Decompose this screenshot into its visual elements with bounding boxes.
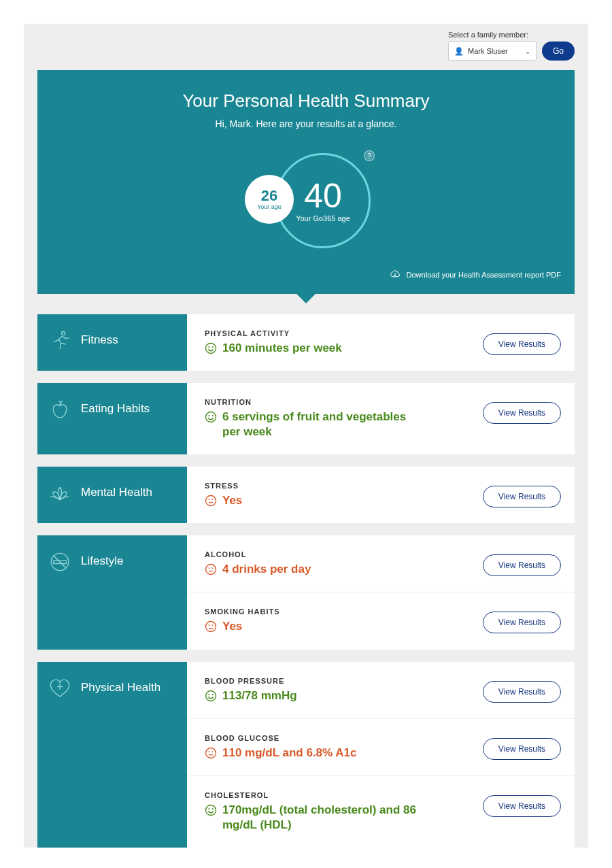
metrics-list: NUTRITION6 servings of fruit and vegetab…: [187, 383, 575, 454]
svg-point-7: [206, 496, 216, 506]
svg-point-3: [212, 347, 213, 348]
category-label: Eating Habits: [81, 398, 150, 416]
svg-point-24: [206, 690, 216, 701]
metric-row: CHOLESTEROL170mg/dL (total cholesterol) …: [187, 776, 575, 848]
section: FitnessPHYSICAL ACTIVITY160 minutes per …: [37, 314, 575, 371]
page-title: Your Personal Health Summary: [51, 90, 561, 112]
sections-list: FitnessPHYSICAL ACTIVITY160 minutes per …: [37, 314, 575, 848]
metric-row: ALCOHOL4 drinks per dayView Results: [187, 535, 575, 592]
metric-value: 170mg/dL (total cholesterol) and 86 mg/d…: [222, 803, 420, 833]
cloud-download-icon: [389, 269, 401, 280]
help-icon[interactable]: ?: [364, 150, 375, 161]
svg-point-27: [206, 748, 216, 758]
metric-title: ALCOHOL: [205, 550, 473, 558]
view-results-button[interactable]: View Results: [483, 612, 561, 633]
category-sidebar: Eating Habits: [37, 383, 187, 454]
metric-value: Yes: [222, 619, 242, 634]
metric-title: BLOOD GLUCOSE: [205, 734, 473, 742]
go365-age-value: 40: [304, 179, 342, 213]
family-member-bar: Select a family member: 👤 Mark Sluser ⌄ …: [24, 24, 588, 70]
go365-age-label: Your Go365 age: [296, 214, 350, 222]
view-results-button[interactable]: View Results: [483, 738, 561, 760]
svg-point-26: [212, 694, 213, 695]
neutral-face-icon: [205, 620, 217, 633]
metric-row: NUTRITION6 servings of fruit and vegetab…: [187, 383, 575, 454]
neutral-face-icon: [205, 563, 217, 575]
apple-icon: [48, 398, 71, 421]
nosmoking-icon: [48, 550, 71, 573]
svg-point-31: [206, 805, 216, 815]
section: Eating HabitsNUTRITION6 servings of frui…: [37, 383, 575, 454]
metric-title: BLOOD PRESSURE: [205, 677, 473, 685]
metric-title: PHYSICAL ACTIVITY: [205, 329, 473, 337]
view-results-button[interactable]: View Results: [483, 554, 561, 576]
svg-point-18: [206, 622, 216, 632]
metrics-list: BLOOD PRESSURE113/78 mmHgView ResultsBLO…: [187, 662, 575, 848]
metric-title: CHOLESTEROL: [205, 791, 473, 799]
view-results-button[interactable]: View Results: [483, 402, 561, 424]
metrics-list: STRESSYesView Results: [187, 467, 575, 523]
category-label: Mental Health: [81, 482, 152, 499]
svg-point-5: [209, 416, 209, 416]
smile-face-icon: [205, 342, 217, 354]
metric-title: NUTRITION: [205, 398, 473, 406]
svg-point-0: [62, 331, 65, 335]
metric-value: Yes: [222, 493, 242, 508]
category-sidebar: Physical Health: [37, 662, 187, 848]
family-select-label: Select a family member:: [448, 31, 528, 39]
smile-face-icon: [205, 411, 217, 423]
lotus-icon: [48, 482, 71, 505]
metric-row: BLOOD PRESSURE113/78 mmHgView Results: [187, 662, 575, 719]
category-sidebar: Lifestyle: [37, 535, 187, 649]
svg-point-32: [209, 809, 209, 809]
metric-value: 160 minutes per week: [222, 341, 342, 356]
section: Mental HealthSTRESSYesView Results: [37, 467, 575, 523]
metric-row: SMOKING HABITSYesView Results: [187, 592, 575, 649]
svg-point-6: [212, 416, 213, 416]
svg-point-2: [209, 347, 209, 348]
chevron-down-icon: ⌄: [525, 48, 530, 55]
view-results-button[interactable]: View Results: [483, 681, 561, 703]
your-age-ring: 26 Your age: [245, 175, 294, 224]
view-results-button[interactable]: View Results: [483, 333, 561, 355]
neutral-face-icon: [205, 495, 217, 507]
neutral-face-icon: [205, 747, 217, 759]
category-sidebar: Fitness: [37, 314, 187, 371]
metric-value: 6 servings of fruit and vegetables per w…: [222, 410, 420, 439]
category-label: Lifestyle: [81, 550, 123, 568]
metric-value: 110 mg/dL and 6.8% A1c: [222, 746, 356, 761]
download-report-link[interactable]: Download your Health Assessment report P…: [407, 271, 561, 279]
svg-point-1: [206, 344, 216, 354]
category-label: Fitness: [81, 329, 118, 347]
view-results-button[interactable]: View Results: [483, 795, 561, 817]
runner-icon: [48, 329, 71, 352]
metric-value: 4 drinks per day: [222, 562, 311, 577]
svg-point-25: [209, 694, 209, 695]
svg-point-14: [206, 565, 216, 575]
metric-row: PHYSICAL ACTIVITY160 minutes per weekVie…: [187, 314, 575, 371]
your-age-label: Your age: [257, 203, 282, 210]
svg-point-4: [206, 412, 216, 422]
metrics-list: PHYSICAL ACTIVITY160 minutes per weekVie…: [187, 314, 575, 371]
age-comparison: 40 Your Go365 age 26 Your age ?: [238, 146, 374, 255]
your-age-value: 26: [261, 188, 277, 203]
metric-row: BLOOD GLUCOSE110 mg/dL and 6.8% A1cView …: [187, 719, 575, 776]
svg-point-33: [212, 809, 213, 809]
section: LifestyleALCOHOL4 drinks per dayView Res…: [37, 535, 575, 649]
section: Physical HealthBLOOD PRESSURE113/78 mmHg…: [37, 662, 575, 848]
svg-line-13: [54, 556, 66, 568]
family-select-value: Mark Sluser: [468, 47, 508, 55]
heartplus-icon: [48, 677, 71, 700]
go-button[interactable]: Go: [542, 41, 575, 61]
metric-title: SMOKING HABITS: [205, 607, 473, 616]
smile-face-icon: [205, 804, 217, 816]
page-subtitle: Hi, Mark. Here are your results at a gla…: [51, 118, 561, 129]
hero-pointer-icon: [295, 293, 317, 303]
metric-value: 113/78 mmHg: [222, 688, 297, 703]
metric-title: STRESS: [205, 482, 473, 490]
view-results-button[interactable]: View Results: [483, 486, 561, 507]
family-member-select[interactable]: 👤 Mark Sluser ⌄: [448, 41, 537, 61]
category-label: Physical Health: [81, 677, 160, 695]
metric-row: STRESSYesView Results: [187, 467, 575, 523]
metrics-list: ALCOHOL4 drinks per dayView ResultsSMOKI…: [187, 535, 575, 649]
